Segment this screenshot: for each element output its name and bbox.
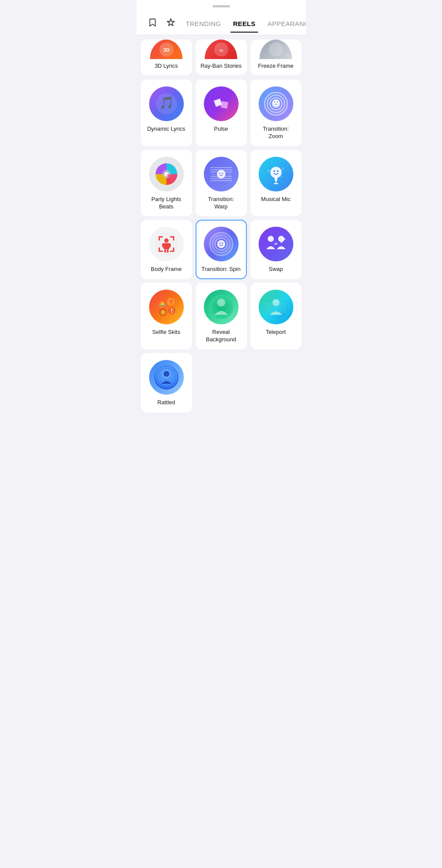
svg-text:♫: ♫ bbox=[281, 166, 284, 171]
bookmark-icon[interactable] bbox=[143, 14, 162, 35]
svg-text:♪: ♪ bbox=[280, 175, 282, 178]
label-reveal-background: Reveal Background bbox=[201, 329, 242, 343]
label-musical-mic: Musical Mic bbox=[261, 196, 291, 203]
svg-rect-49 bbox=[173, 248, 174, 252]
svg-text:←: ← bbox=[212, 172, 216, 176]
label-freeze-frame: Freeze Frame bbox=[258, 63, 294, 70]
icon-party-lights bbox=[149, 157, 184, 191]
label-rayban-stories: Ray-Ban Stories bbox=[200, 63, 242, 70]
item-transition-spin[interactable]: Transition: Spin bbox=[196, 220, 247, 279]
nav-bar: TRENDING REELS APPEARANCE bbox=[136, 11, 306, 35]
item-rayban-stories[interactable]: RB Ray-Ban Stories bbox=[196, 40, 247, 75]
tab-trending[interactable]: TRENDING bbox=[180, 17, 227, 33]
label-dynamic-lyrics: Dynamic Lyrics bbox=[147, 125, 186, 133]
icon-musical-mic: ♪ ♫ ♪ bbox=[259, 157, 293, 191]
svg-point-33 bbox=[273, 170, 275, 172]
label-transition-warp: Transition: Warp bbox=[201, 196, 242, 211]
svg-point-60 bbox=[217, 240, 225, 248]
icon-transition-zoom bbox=[259, 86, 293, 121]
label-transition-zoom: Transition: Zoom bbox=[256, 125, 296, 140]
svg-point-15 bbox=[273, 99, 279, 106]
item-musical-mic[interactable]: ♪ ♫ ♪ Musical Mic bbox=[250, 150, 302, 217]
svg-text:🎵: 🎵 bbox=[159, 96, 174, 110]
svg-rect-7 bbox=[213, 99, 222, 107]
top-row: 3D 3D Lyrics RB Ray-Ban Stories Freeze F… bbox=[136, 35, 306, 75]
svg-point-28 bbox=[219, 172, 220, 174]
svg-text:→: → bbox=[227, 172, 232, 176]
svg-point-27 bbox=[217, 170, 226, 178]
item-swap[interactable]: ⇄ Swap bbox=[250, 220, 302, 279]
svg-point-29 bbox=[222, 172, 223, 174]
svg-text:❓: ❓ bbox=[168, 299, 174, 305]
svg-point-62 bbox=[222, 243, 223, 244]
item-pulse[interactable]: Pulse bbox=[196, 79, 247, 146]
svg-rect-35 bbox=[275, 177, 277, 181]
tab-appearance[interactable]: APPEARANCE bbox=[262, 17, 306, 33]
item-transition-warp[interactable]: ← → Transition: Warp bbox=[196, 150, 247, 217]
effects-grid: 🎵 Dynamic Lyrics Pulse bbox=[136, 75, 306, 417]
label-transition-spin: Transition: Spin bbox=[202, 266, 241, 273]
item-dynamic-lyrics[interactable]: 🎵 Dynamic Lyrics bbox=[141, 79, 192, 146]
item-party-lights[interactable]: Party Lights Beats bbox=[141, 150, 192, 217]
svg-rect-52 bbox=[162, 243, 165, 248]
svg-text:3D: 3D bbox=[163, 46, 169, 52]
label-rattled: Rattled bbox=[157, 399, 175, 406]
svg-point-90 bbox=[163, 371, 169, 377]
svg-rect-54 bbox=[164, 249, 166, 253]
label-swap: Swap bbox=[269, 266, 283, 273]
item-3d-lyrics[interactable]: 3D 3D Lyrics bbox=[141, 40, 192, 75]
svg-text:RB: RB bbox=[219, 49, 223, 52]
tab-reels[interactable]: REELS bbox=[227, 17, 262, 33]
item-rattled[interactable]: Rattled bbox=[141, 353, 192, 413]
label-pulse: Pulse bbox=[214, 125, 228, 133]
svg-text:⇄: ⇄ bbox=[274, 241, 278, 246]
svg-point-50 bbox=[164, 238, 169, 243]
drag-handle[interactable] bbox=[213, 5, 230, 7]
item-reveal-background[interactable]: Reveal Background bbox=[196, 283, 247, 350]
svg-rect-55 bbox=[167, 249, 169, 253]
svg-rect-8 bbox=[220, 101, 228, 109]
icon-body-frame bbox=[149, 227, 184, 261]
label-teleport: Teleport bbox=[266, 329, 286, 336]
label-selfie-skits: Selfie Skits bbox=[152, 329, 180, 336]
svg-rect-43 bbox=[159, 236, 160, 241]
svg-point-34 bbox=[277, 170, 279, 172]
svg-text:😂: 😂 bbox=[159, 301, 165, 308]
icon-swap: ⇄ bbox=[259, 227, 293, 261]
icon-reveal-background bbox=[204, 290, 239, 324]
icon-rattled bbox=[149, 360, 184, 395]
svg-point-17 bbox=[276, 102, 277, 102]
sparkle-icon[interactable] bbox=[162, 14, 180, 35]
label-body-frame: Body Frame bbox=[151, 266, 182, 273]
svg-text:😊: 😊 bbox=[160, 310, 166, 315]
item-selfie-skits[interactable]: 😂 ❓ 😊 ❕ Selfie Skits bbox=[141, 283, 192, 350]
svg-rect-47 bbox=[159, 248, 160, 252]
icon-transition-spin bbox=[204, 227, 239, 261]
item-freeze-frame[interactable]: Freeze Frame bbox=[250, 40, 302, 75]
label-3d-lyrics: 3D Lyrics bbox=[155, 63, 178, 70]
svg-rect-45 bbox=[173, 236, 174, 241]
icon-teleport bbox=[259, 290, 293, 324]
item-transition-zoom[interactable]: Transition: Zoom bbox=[250, 79, 302, 146]
icon-dynamic-lyrics: 🎵 bbox=[149, 86, 184, 121]
label-party-lights: Party Lights Beats bbox=[146, 196, 187, 211]
svg-rect-53 bbox=[168, 243, 171, 248]
svg-point-4 bbox=[269, 42, 282, 56]
svg-text:❕: ❕ bbox=[169, 308, 175, 314]
handle-bar bbox=[136, 0, 306, 11]
svg-text:♪: ♪ bbox=[267, 168, 270, 173]
svg-point-76 bbox=[218, 299, 225, 306]
icon-pulse bbox=[204, 86, 239, 121]
svg-point-63 bbox=[268, 236, 274, 242]
svg-point-61 bbox=[219, 243, 220, 244]
icon-selfie-skits: 😂 ❓ 😊 ❕ bbox=[149, 290, 184, 324]
icon-transition-warp: ← → bbox=[204, 157, 239, 191]
item-teleport[interactable]: Teleport bbox=[250, 283, 302, 350]
svg-point-16 bbox=[274, 102, 275, 102]
item-body-frame[interactable]: Body Frame bbox=[141, 220, 192, 279]
